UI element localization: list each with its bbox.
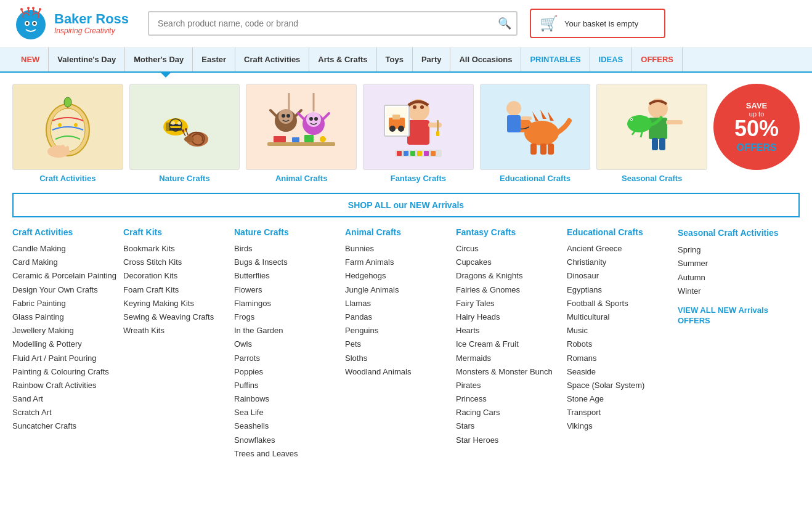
list-item[interactable]: Decoration Kits [123, 270, 228, 281]
list-item[interactable]: Christianity [567, 257, 672, 268]
logo-area[interactable]: Baker Ross Inspiring Creativity [12, 5, 136, 42]
list-item[interactable]: Keyring Making Kits [123, 298, 228, 309]
col-craft-kits-header[interactable]: Craft Kits [123, 227, 228, 237]
list-item[interactable]: Jungle Animals [345, 285, 450, 296]
list-item[interactable]: Rainbows [234, 394, 339, 405]
list-item[interactable]: Modelling & Pottery [12, 339, 117, 350]
list-item[interactable]: Farm Animals [345, 257, 450, 268]
nav-item-offers[interactable]: OFFERS [632, 47, 683, 71]
list-item[interactable]: Fairies & Gnomes [456, 285, 561, 296]
col-nature-crafts-header[interactable]: Nature Crafts [234, 227, 339, 237]
basket-area[interactable]: 🛒 Your basket is empty [530, 9, 665, 38]
nav-item-new[interactable]: NEW [12, 47, 49, 71]
list-item[interactable]: Woodland Animals [345, 366, 450, 378]
list-item[interactable]: Summer [678, 258, 782, 269]
list-item[interactable]: Pandas [345, 312, 450, 323]
list-item[interactable]: Hedgehogs [345, 270, 450, 281]
list-item[interactable]: Candle Making [12, 243, 117, 254]
list-item[interactable]: Ancient Greece [567, 243, 672, 254]
search-button[interactable]: 🔍 [498, 17, 511, 30]
list-item[interactable]: Sand Art [12, 394, 117, 405]
col-educational-crafts-header[interactable]: Educational Crafts [567, 227, 672, 237]
list-item[interactable]: Scratch Art [12, 407, 117, 418]
list-item[interactable]: Robots [567, 339, 672, 350]
list-item[interactable]: Ice Cream & Fruit [456, 339, 561, 350]
list-item[interactable]: Dinosaur [567, 270, 672, 281]
featured-educational-crafts[interactable]: Educational Crafts [480, 84, 591, 183]
list-item[interactable]: Wreath Kits [123, 325, 228, 336]
list-item[interactable]: Design Your Own Crafts [12, 285, 117, 296]
list-item[interactable]: Hearts [456, 325, 561, 336]
nav-item-toys[interactable]: Toys [377, 47, 413, 71]
list-item[interactable]: Sloths [345, 353, 450, 364]
list-item[interactable]: Stars [456, 421, 561, 432]
list-item[interactable]: Winter [678, 286, 782, 297]
list-item[interactable]: Butterflies [234, 270, 339, 281]
list-item[interactable]: Monsters & Monster Bunch [456, 366, 561, 378]
list-item[interactable]: Romans [567, 353, 672, 364]
nav-item-craft[interactable]: Craft Activities [235, 47, 309, 71]
nav-item-mothers[interactable]: Mother's Day [125, 47, 193, 71]
list-item[interactable]: Foam Craft Kits [123, 285, 228, 296]
search-input[interactable] [148, 11, 518, 36]
nav-item-valentines[interactable]: Valentine's Day [49, 47, 125, 71]
list-item[interactable]: Jewellery Making [12, 325, 117, 336]
list-item[interactable]: Seashells [234, 421, 339, 432]
list-item[interactable]: Cross Stitch Kits [123, 257, 228, 268]
list-item[interactable]: Sea Life [234, 407, 339, 418]
shop-all-banner[interactable]: SHOP ALL our NEW Arrivals [12, 193, 800, 217]
list-item[interactable]: Circus [456, 243, 561, 254]
list-item[interactable]: Poppies [234, 366, 339, 378]
list-item[interactable]: Vikings [567, 421, 672, 432]
list-item[interactable]: Pirates [456, 380, 561, 391]
list-item[interactable]: Sewing & Weaving Crafts [123, 312, 228, 323]
list-item[interactable]: Seaside [567, 366, 672, 378]
list-item[interactable]: Music [567, 325, 672, 336]
list-item[interactable]: Space (Solar System) [567, 380, 672, 391]
list-item[interactable]: Rainbow Craft Activities [12, 380, 117, 391]
list-item[interactable]: Flowers [234, 285, 339, 296]
col-animal-crafts-header[interactable]: Animal Crafts [345, 227, 450, 237]
nav-item-printables[interactable]: PRINTABLES [521, 47, 590, 71]
list-item[interactable]: Bookmark Kits [123, 243, 228, 254]
list-item[interactable]: Frogs [234, 312, 339, 323]
list-item[interactable]: Egyptians [567, 285, 672, 296]
list-item[interactable]: Spring [678, 244, 782, 256]
list-item[interactable]: Card Making [12, 257, 117, 268]
list-item[interactable]: Dragons & Knights [456, 270, 561, 281]
list-item[interactable]: Bunnies [345, 243, 450, 254]
list-item[interactable]: Pets [345, 339, 450, 350]
list-item[interactable]: Suncatcher Crafts [12, 421, 117, 432]
list-item[interactable]: Ceramic & Porcelain Painting [12, 270, 117, 281]
list-item[interactable]: Llamas [345, 298, 450, 309]
list-item[interactable]: Fluid Art / Paint Pouring [12, 353, 117, 364]
list-item[interactable]: Glass Painting [12, 312, 117, 323]
list-item[interactable]: Penguins [345, 325, 450, 336]
list-item[interactable]: Transport [567, 407, 672, 418]
list-item[interactable]: Racing Cars [456, 407, 561, 418]
col-craft-activities-header[interactable]: Craft Activities [12, 227, 117, 237]
list-item[interactable]: Trees and Leaves [234, 448, 339, 459]
list-item[interactable]: Fabric Painting [12, 298, 117, 309]
list-item[interactable]: In the Garden [234, 325, 339, 336]
list-item[interactable]: Hairy Heads [456, 312, 561, 323]
view-all-offers[interactable]: OFFERS [678, 316, 782, 325]
list-item[interactable]: Birds [234, 243, 339, 254]
list-item[interactable]: Autumn [678, 272, 782, 283]
featured-animal-crafts[interactable]: Animal Crafts [246, 84, 357, 183]
list-item[interactable]: Stone Age [567, 394, 672, 405]
list-item[interactable]: Mermaids [456, 353, 561, 364]
list-item[interactable]: Football & Sports [567, 298, 672, 309]
nav-item-party[interactable]: Party [413, 47, 451, 71]
featured-seasonal-crafts[interactable]: Seasonal Crafts [596, 84, 707, 183]
list-item[interactable]: Star Heroes [456, 435, 561, 446]
featured-nature-crafts[interactable]: Nature Crafts [129, 84, 240, 183]
nav-item-ideas[interactable]: IDEAS [590, 47, 633, 71]
list-item[interactable]: Flamingos [234, 298, 339, 309]
offers-badge[interactable]: SAVE up to 50% OFFERS [713, 84, 800, 170]
list-item[interactable]: Cupcakes [456, 257, 561, 268]
nav-item-arts[interactable]: Arts & Crafts [309, 47, 376, 71]
list-item[interactable]: Bugs & Insects [234, 257, 339, 268]
list-item[interactable]: Puffins [234, 380, 339, 391]
view-all-new-arrivals[interactable]: VIEW ALL NEW Arrivals [678, 305, 782, 315]
